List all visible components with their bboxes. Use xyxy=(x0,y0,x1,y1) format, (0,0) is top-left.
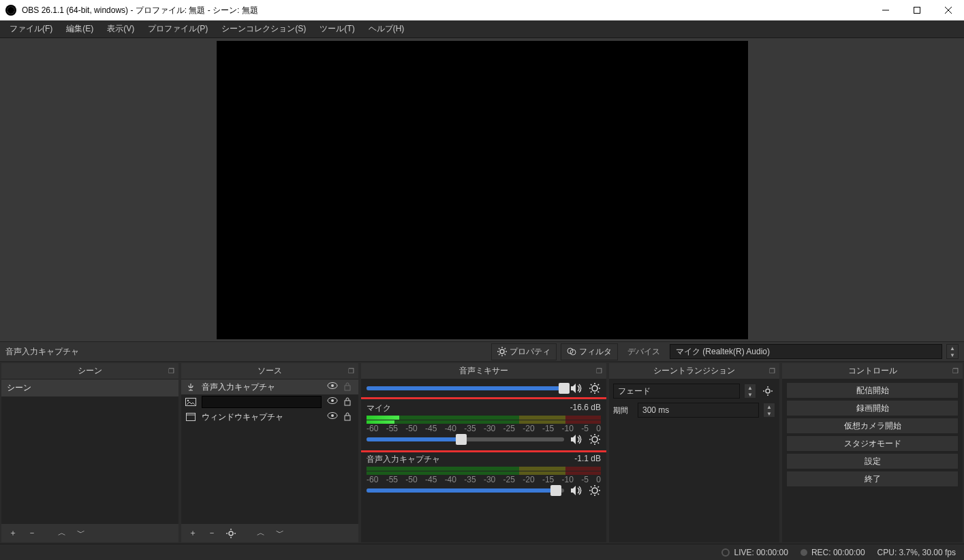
svg-point-16 xyxy=(331,384,334,387)
mute-button[interactable] xyxy=(570,382,583,394)
control-button[interactable]: 設定 xyxy=(786,453,959,469)
visibility-toggle[interactable] xyxy=(327,382,338,392)
scenes-panel: シーン ❐ シーン ＋ － ︿ ﹀ xyxy=(1,363,178,542)
svg-line-41 xyxy=(591,392,592,393)
duration-label: 期間 xyxy=(613,405,634,416)
menu-profile[interactable]: プロファイル(P) xyxy=(141,20,215,37)
menu-tools[interactable]: ツール(T) xyxy=(313,20,361,37)
audioin-icon xyxy=(185,382,196,392)
gear-icon xyxy=(497,347,507,356)
lock-toggle[interactable] xyxy=(343,411,354,422)
device-spin[interactable]: ▲▼ xyxy=(946,344,959,359)
source-property-bar: 音声入力キャプチャ プロパティ フィルタ デバイス マイク (Realtek(R… xyxy=(0,341,964,362)
visibility-toggle[interactable] xyxy=(327,411,338,422)
svg-rect-27 xyxy=(345,416,350,420)
svg-point-19 xyxy=(187,400,189,401)
scenes-header: シーン ❐ xyxy=(1,363,178,379)
menu-edit[interactable]: 編集(E) xyxy=(59,20,100,37)
channel-settings-button[interactable] xyxy=(589,433,601,446)
scene-item[interactable]: シーン xyxy=(1,379,178,396)
remove-scene-button[interactable]: － xyxy=(25,526,40,541)
svg-line-57 xyxy=(598,494,600,495)
menu-file[interactable]: ファイル(F) xyxy=(3,20,59,37)
transition-spin[interactable]: ▲▼ xyxy=(744,384,756,399)
menu-view[interactable]: 表示(V) xyxy=(100,20,141,37)
popout-icon[interactable]: ❐ xyxy=(594,367,604,376)
visibility-toggle[interactable] xyxy=(327,396,338,407)
source-up-button[interactable]: ︿ xyxy=(253,526,268,541)
filter-icon xyxy=(567,347,576,356)
sources-header: ソース ❐ xyxy=(181,363,358,379)
svg-point-33 xyxy=(592,386,597,391)
remove-source-button[interactable]: － xyxy=(204,526,219,541)
mute-button[interactable] xyxy=(570,484,583,497)
device-select[interactable]: マイク (Realtek(R) Audio) xyxy=(670,344,942,359)
popout-icon[interactable]: ❐ xyxy=(166,367,176,376)
source-name: 音声入力キャプチャ xyxy=(202,382,322,393)
close-button[interactable] xyxy=(933,0,964,20)
menu-scene-collection[interactable]: シーンコレクション(S) xyxy=(215,20,313,37)
svg-rect-22 xyxy=(345,401,350,405)
volume-slider[interactable] xyxy=(367,386,564,390)
popout-icon[interactable]: ❐ xyxy=(767,367,777,376)
mixer-panel: 音声ミキサー ❐ マイク-16.6 dB-60-55-50-45-40-35-3… xyxy=(361,363,606,542)
channel-db: -1.1 dB xyxy=(574,454,601,465)
channel-settings-button[interactable] xyxy=(589,484,601,497)
control-button[interactable]: スタジオモード xyxy=(786,435,959,452)
preview-canvas xyxy=(217,41,748,339)
svg-point-26 xyxy=(331,414,334,417)
channel-name: 音声入力キャプチャ xyxy=(367,454,440,465)
control-button[interactable]: 配信開始 xyxy=(786,382,959,399)
duration-input[interactable]: 300 ms xyxy=(638,403,759,418)
duration-spin[interactable]: ▲▼ xyxy=(763,403,775,418)
scene-down-button[interactable]: ﹀ xyxy=(74,526,89,541)
add-scene-button[interactable]: ＋ xyxy=(5,526,20,541)
controls-header: コントロール ❐ xyxy=(782,363,963,379)
source-settings-button[interactable] xyxy=(223,526,238,541)
vu-meter xyxy=(367,416,601,424)
titlebar: OBS 26.1.1 (64-bit, windows) - プロファイル: 無… xyxy=(0,0,964,20)
source-item[interactable] xyxy=(181,394,358,409)
add-source-button[interactable]: ＋ xyxy=(185,526,200,541)
svg-line-40 xyxy=(598,384,600,386)
source-item[interactable]: ウィンドウキャプチャ xyxy=(181,409,358,424)
scene-up-button[interactable]: ︿ xyxy=(55,526,69,541)
control-button[interactable]: 録画開始 xyxy=(786,400,959,416)
lock-toggle[interactable] xyxy=(343,382,354,392)
menu-help[interactable]: ヘルプ(H) xyxy=(362,20,411,37)
source-down-button[interactable]: ﹀ xyxy=(273,526,287,541)
sources-panel: ソース ❐ 音声入力キャプチャウィンドウキャプチャ ＋ － ︿ ﹀ xyxy=(181,363,358,542)
volume-slider[interactable] xyxy=(367,488,564,493)
source-rename-input[interactable] xyxy=(202,396,322,408)
preview-area[interactable] xyxy=(0,38,964,341)
mute-button[interactable] xyxy=(570,433,583,446)
channel-name: マイク xyxy=(367,403,391,414)
maximize-button[interactable] xyxy=(901,0,933,20)
svg-rect-23 xyxy=(187,414,196,421)
filters-button[interactable]: フィルタ xyxy=(561,343,618,360)
mixer-channel: マイク-16.6 dB-60-55-50-45-40-35-30-25-20-1… xyxy=(361,400,606,451)
source-name: ウィンドウキャプチャ xyxy=(202,411,322,423)
svg-point-4 xyxy=(500,349,504,354)
volume-slider[interactable] xyxy=(367,437,564,441)
popout-icon[interactable]: ❐ xyxy=(950,367,960,376)
control-button[interactable]: 仮想カメラ開始 xyxy=(786,418,959,434)
sources-toolbar: ＋ － ︿ ﹀ xyxy=(181,523,358,542)
mixer-channel xyxy=(361,379,606,400)
source-item[interactable]: 音声入力キャプチャ xyxy=(181,379,358,394)
lock-toggle[interactable] xyxy=(343,396,354,407)
minimize-button[interactable] xyxy=(870,0,901,20)
popout-icon[interactable]: ❐ xyxy=(346,367,356,376)
control-button[interactable]: 終了 xyxy=(786,471,959,487)
channel-settings-button[interactable] xyxy=(589,382,601,394)
transition-settings-button[interactable] xyxy=(760,384,775,399)
window-icon xyxy=(185,412,196,422)
transition-select[interactable]: フェード xyxy=(613,384,740,399)
broadcast-icon xyxy=(721,548,730,557)
properties-button[interactable]: プロパティ xyxy=(491,343,557,360)
svg-line-47 xyxy=(591,435,592,437)
svg-point-60 xyxy=(766,389,770,393)
svg-line-50 xyxy=(591,443,592,444)
svg-line-38 xyxy=(591,384,592,386)
transitions-panel: シーントランジション ❐ フェード ▲▼ 期間 300 ms ▲▼ xyxy=(609,363,779,542)
